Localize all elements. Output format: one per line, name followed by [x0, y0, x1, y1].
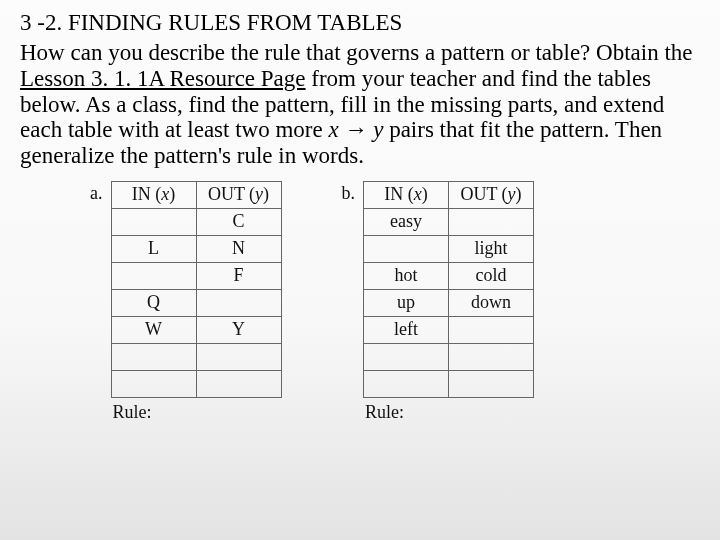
- cell-in: easy: [364, 208, 449, 235]
- cell-in: [364, 343, 449, 370]
- in-pre: IN (: [384, 184, 414, 204]
- in-var: x: [414, 184, 422, 204]
- instr-p1: How can you describe the rule that gover…: [20, 40, 693, 65]
- table-b-block: IN (x) OUT (y) easy light hotcold updown…: [363, 181, 534, 423]
- cell-in: [111, 343, 196, 370]
- cell-out: C: [196, 208, 281, 235]
- out-pre: OUT (: [460, 184, 507, 204]
- out-var: y: [255, 184, 263, 204]
- resource-link: Lesson 3. 1. 1A Resource Page: [20, 66, 306, 91]
- table-row: WY: [111, 316, 281, 343]
- table-row: light: [364, 235, 534, 262]
- cell-out: [196, 343, 281, 370]
- cell-in: L: [111, 235, 196, 262]
- cell-in: up: [364, 289, 449, 316]
- out-post: ): [263, 184, 269, 204]
- var-y: y: [373, 117, 383, 142]
- in-post: ): [422, 184, 428, 204]
- table-row: C: [111, 208, 281, 235]
- table-row: left: [364, 316, 534, 343]
- heading: 3 -2. FINDING RULES FROM TABLES: [20, 10, 700, 36]
- in-post: ): [169, 184, 175, 204]
- heading-num: 3 -2.: [20, 10, 62, 35]
- cell-out: [196, 370, 281, 397]
- rule-b: Rule:: [363, 402, 534, 423]
- heading-title: FINDING RULES FROM TABLES: [68, 10, 402, 35]
- page: 3 -2. FINDING RULES FROM TABLES How can …: [0, 0, 720, 540]
- in-pre: IN (: [132, 184, 162, 204]
- table-row: [364, 343, 534, 370]
- cell-in: [111, 208, 196, 235]
- table-row: easy: [364, 208, 534, 235]
- cell-in: [111, 370, 196, 397]
- cell-in: [111, 262, 196, 289]
- tables-row: a. IN (x) OUT (y) C LN F Q WY Rule:: [20, 181, 700, 423]
- table-row: LN: [111, 235, 281, 262]
- table-row: [111, 370, 281, 397]
- cell-out: [449, 208, 534, 235]
- out-post: ): [516, 184, 522, 204]
- table-row: Q: [111, 289, 281, 316]
- cell-out: [196, 289, 281, 316]
- out-var: y: [508, 184, 516, 204]
- cell-in: left: [364, 316, 449, 343]
- cell-in: W: [111, 316, 196, 343]
- cell-out: N: [196, 235, 281, 262]
- out-pre: OUT (: [208, 184, 255, 204]
- cell-out: [449, 343, 534, 370]
- cell-out: cold: [449, 262, 534, 289]
- cell-in: [364, 370, 449, 397]
- table-a-block: IN (x) OUT (y) C LN F Q WY Rule:: [111, 181, 282, 423]
- col-out: OUT (y): [196, 181, 281, 208]
- label-b: b.: [342, 181, 356, 204]
- table-a-wrap: a. IN (x) OUT (y) C LN F Q WY Rule:: [90, 181, 282, 423]
- var-x: x: [328, 117, 338, 142]
- table-b-wrap: b. IN (x) OUT (y) easy light hotcold upd…: [342, 181, 535, 423]
- arrow: →: [339, 117, 374, 142]
- cell-out: [449, 316, 534, 343]
- table-row: [364, 370, 534, 397]
- cell-out: [449, 370, 534, 397]
- col-out: OUT (y): [449, 181, 534, 208]
- table-header-row: IN (x) OUT (y): [111, 181, 281, 208]
- col-in: IN (x): [111, 181, 196, 208]
- table-row: [111, 343, 281, 370]
- cell-out: Y: [196, 316, 281, 343]
- cell-out: down: [449, 289, 534, 316]
- cell-in: hot: [364, 262, 449, 289]
- instructions: How can you describe the rule that gover…: [20, 40, 700, 169]
- rule-a: Rule:: [111, 402, 282, 423]
- col-in: IN (x): [364, 181, 449, 208]
- table-row: hotcold: [364, 262, 534, 289]
- label-a: a.: [90, 181, 103, 204]
- table-header-row: IN (x) OUT (y): [364, 181, 534, 208]
- cell-out: light: [449, 235, 534, 262]
- table-b: IN (x) OUT (y) easy light hotcold updown…: [363, 181, 534, 398]
- cell-in: [364, 235, 449, 262]
- table-a: IN (x) OUT (y) C LN F Q WY: [111, 181, 282, 398]
- table-row: F: [111, 262, 281, 289]
- table-row: updown: [364, 289, 534, 316]
- cell-in: Q: [111, 289, 196, 316]
- cell-out: F: [196, 262, 281, 289]
